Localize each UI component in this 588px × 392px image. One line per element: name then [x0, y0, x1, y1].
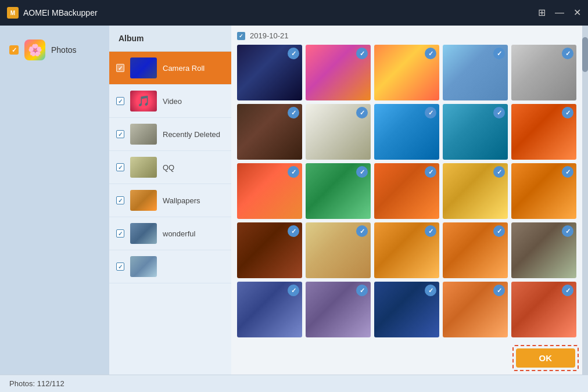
photo-cell[interactable]: [443, 163, 508, 219]
date-header: 2019-10-21: [237, 31, 576, 40]
grid-view-icon[interactable]: ⊞: [538, 8, 546, 17]
album-panel: Album Camera Roll 🎵 Video Recently Delet…: [109, 26, 231, 392]
album-thumb-wonderful: [130, 223, 157, 244]
album-thumb-extra: [130, 256, 157, 277]
photo-check-badge[interactable]: [288, 166, 299, 178]
photo-cell[interactable]: [374, 222, 439, 278]
photo-cell[interactable]: [237, 104, 302, 160]
album-label-video: Video: [163, 97, 182, 106]
title-bar: M AOMEI MBackupper ⊞ — ✕: [0, 0, 588, 26]
photo-cell[interactable]: [237, 163, 302, 219]
album-label-qq: QQ: [163, 163, 174, 172]
photo-cell[interactable]: [237, 282, 302, 337]
minimize-button[interactable]: —: [555, 8, 564, 17]
photo-check-badge[interactable]: [493, 285, 505, 296]
photo-cell[interactable]: [443, 104, 508, 160]
photo-cell[interactable]: [374, 282, 439, 337]
photo-cell[interactable]: [306, 163, 371, 219]
album-check-qq[interactable]: [116, 163, 124, 171]
photo-cell[interactable]: [443, 45, 508, 100]
photo-check-badge[interactable]: [562, 225, 573, 237]
album-item-wallpapers[interactable]: Wallpapers: [109, 184, 231, 217]
app-icon: M: [7, 7, 19, 19]
album-check-recently-deleted[interactable]: [116, 130, 124, 138]
date-checkbox[interactable]: [237, 32, 245, 40]
photo-check-badge[interactable]: [356, 48, 368, 59]
date-label: 2019-10-21: [250, 31, 289, 40]
photo-check-badge[interactable]: [288, 107, 299, 118]
photo-check-badge[interactable]: [425, 107, 436, 118]
sidebar-item-photos[interactable]: 🌸 Photos: [0, 35, 109, 65]
photo-check-badge[interactable]: [493, 166, 505, 178]
photos-checkbox[interactable]: [9, 45, 19, 55]
album-thumb-qq: [130, 157, 157, 178]
sidebar: 🌸 Photos: [0, 26, 109, 392]
ok-button-container: OK: [512, 345, 579, 371]
photo-cell[interactable]: [306, 282, 371, 337]
album-item-wonderful[interactable]: wonderful: [109, 217, 231, 250]
photo-row-3: [237, 163, 576, 219]
scrollbar-track[interactable]: [582, 26, 588, 392]
photo-cell[interactable]: [443, 222, 508, 278]
photo-check-badge[interactable]: [356, 225, 368, 237]
photo-cell[interactable]: [511, 104, 576, 160]
scrollbar-thumb[interactable]: [582, 37, 588, 72]
album-item-recently-deleted[interactable]: Recently Deleted: [109, 118, 231, 151]
photo-cell[interactable]: [511, 222, 576, 278]
photo-row-1: [237, 45, 576, 100]
album-item-camera-roll[interactable]: Camera Roll: [109, 52, 231, 85]
photo-grid[interactable]: 2019-10-21: [231, 26, 582, 392]
photo-cell[interactable]: [374, 45, 439, 100]
photo-check-badge[interactable]: [288, 225, 299, 237]
album-label-recently-deleted: Recently Deleted: [163, 130, 220, 139]
album-check-video[interactable]: [116, 97, 124, 105]
photo-check-badge[interactable]: [425, 166, 436, 178]
photo-cell[interactable]: [306, 222, 371, 278]
photo-row-4: [237, 222, 576, 278]
photo-check-badge[interactable]: [562, 48, 573, 59]
album-check-wonderful[interactable]: [116, 229, 124, 238]
status-text: Photos: 112/112: [9, 379, 64, 388]
album-thumb-video: 🎵: [130, 91, 157, 112]
photo-check-badge[interactable]: [562, 166, 573, 178]
photo-row-2: [237, 104, 576, 160]
photo-check-badge[interactable]: [288, 48, 299, 59]
photo-check-badge[interactable]: [562, 285, 573, 296]
photo-cell[interactable]: [511, 282, 576, 337]
photo-cell[interactable]: [511, 45, 576, 100]
photo-cell[interactable]: [511, 163, 576, 219]
photo-cell[interactable]: [237, 222, 302, 278]
photos-icon: 🌸: [24, 39, 45, 60]
album-item-qq[interactable]: QQ: [109, 151, 231, 184]
photo-check-badge[interactable]: [356, 285, 368, 296]
album-check-extra[interactable]: [116, 262, 124, 271]
photo-row-5: [237, 282, 576, 337]
album-check-wallpapers[interactable]: [116, 196, 124, 204]
photo-cell[interactable]: [374, 163, 439, 219]
album-thumb-camera-roll: [130, 57, 157, 78]
photo-check-badge[interactable]: [562, 107, 573, 118]
photo-cell[interactable]: [306, 45, 371, 100]
photo-check-badge[interactable]: [425, 48, 436, 59]
status-bar: Photos: 112/112: [0, 375, 588, 392]
photo-check-badge[interactable]: [493, 107, 505, 118]
photo-check-badge[interactable]: [356, 107, 368, 118]
photo-cell[interactable]: [374, 104, 439, 160]
photo-check-badge[interactable]: [493, 48, 505, 59]
photo-cell[interactable]: [443, 282, 508, 337]
album-label-wallpapers: Wallpapers: [163, 196, 200, 205]
photo-cell[interactable]: [237, 45, 302, 100]
album-item-extra[interactable]: [109, 250, 231, 283]
album-item-video[interactable]: 🎵 Video: [109, 85, 231, 118]
ok-button[interactable]: OK: [516, 348, 576, 368]
photo-check-badge[interactable]: [425, 285, 436, 296]
photo-cell[interactable]: [306, 104, 371, 160]
album-check-camera-roll[interactable]: [116, 64, 124, 72]
photo-check-badge[interactable]: [288, 285, 299, 296]
album-thumb-recently-deleted: [130, 124, 157, 145]
photo-check-badge[interactable]: [356, 166, 368, 178]
close-button[interactable]: ✕: [573, 8, 581, 17]
photo-check-badge[interactable]: [493, 225, 505, 237]
window-controls: ⊞ — ✕: [538, 8, 581, 17]
photo-check-badge[interactable]: [425, 225, 436, 237]
